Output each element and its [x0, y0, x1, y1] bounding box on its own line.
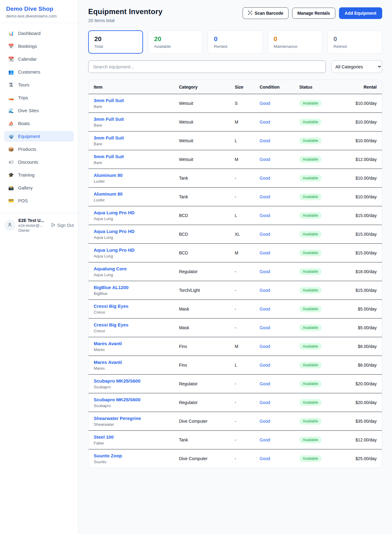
sidebar-item-dive-sites[interactable]: 🌊 Dive Sites — [4, 105, 74, 116]
item-name-link[interactable]: Aqua Lung Pro HD — [94, 247, 134, 253]
item-name-link[interactable]: Suunto Zoop — [94, 453, 122, 458]
sidebar-item-training[interactable]: 🎓 Training — [4, 170, 74, 180]
item-brand: Cressi — [94, 329, 174, 333]
item-name-link[interactable]: 3mm Full Suit — [94, 135, 124, 140]
stat-label: Rented — [214, 44, 256, 49]
stat-card-retired[interactable]: 0 Retired — [327, 30, 382, 54]
manage-rentals-button[interactable]: Manage Rentals — [292, 8, 335, 19]
sidebar-item-tours[interactable]: 🏝 Tours — [4, 79, 74, 90]
table-row: Shearwater Peregrine Shearwater Dive Com… — [89, 412, 382, 431]
cell-category: Fins — [176, 337, 232, 356]
cell-rental: $15.00/day — [342, 281, 382, 300]
condition-link[interactable]: Good — [260, 138, 270, 143]
condition-link[interactable]: Good — [260, 157, 270, 162]
item-name-link[interactable]: Scubapro MK25/S600 — [94, 378, 141, 383]
stat-label: Retired — [334, 44, 376, 49]
item-name-link[interactable]: Aqua Lung Pro HD — [94, 210, 134, 215]
condition-link[interactable]: Good — [260, 344, 270, 349]
condition-link[interactable]: Good — [260, 120, 270, 124]
column-header-size: Size — [232, 80, 257, 94]
stat-card-available[interactable]: 20 Available — [148, 30, 203, 54]
sidebar-item-customers[interactable]: 👥 Customers — [4, 67, 74, 77]
condition-link[interactable]: Good — [260, 437, 270, 442]
condition-link[interactable]: Good — [260, 307, 270, 311]
cell-size: - — [232, 393, 257, 412]
condition-link[interactable]: Good — [260, 325, 270, 330]
cell-rental: $20.00/day — [342, 393, 382, 412]
item-name-link[interactable]: Steel 100 — [94, 434, 114, 440]
sidebar-item-boats[interactable]: ⛵ Boats — [4, 118, 74, 129]
item-name-link[interactable]: 3mm Full Suit — [94, 98, 124, 103]
stat-card-total[interactable]: 20 Total — [88, 30, 143, 54]
item-name-link[interactable]: Aluminum 80 — [94, 191, 123, 196]
condition-link[interactable]: Good — [260, 288, 270, 293]
cell-rental: $35.00/day — [342, 412, 382, 431]
item-name-link[interactable]: 3mm Full Suit — [94, 116, 124, 122]
condition-link[interactable]: Good — [260, 232, 270, 237]
table-row: Aqua Lung Pro HD Aqua Lung BCD L Good Av… — [89, 206, 382, 225]
sidebar-item-products[interactable]: 📦 Products — [4, 144, 74, 154]
condition-link[interactable]: Good — [260, 400, 270, 405]
item-name-link[interactable]: 5mm Full Suit — [94, 154, 124, 159]
condition-link[interactable]: Good — [260, 456, 270, 461]
item-brand: Cressi — [94, 310, 174, 315]
condition-link[interactable]: Good — [260, 101, 270, 106]
sign-out-button[interactable]: Sign Out — [51, 223, 74, 228]
stat-card-maintenance[interactable]: 0 Maintenance — [268, 30, 322, 54]
condition-link[interactable]: Good — [260, 419, 270, 424]
condition-link[interactable]: Good — [260, 194, 270, 199]
cell-category: Wetsuit — [176, 113, 232, 132]
cell-rental: $8.00/day — [342, 337, 382, 356]
user-box: E2E Test U... e2e-tester@... Owner Sign … — [0, 213, 78, 237]
item-name-link[interactable]: Shearwater Peregrine — [94, 416, 141, 421]
cell-size: S — [232, 94, 257, 113]
sidebar-item-bookings[interactable]: 📅 Bookings — [4, 41, 74, 51]
cell-rental: $12.00/day — [342, 431, 382, 449]
condition-link[interactable]: Good — [260, 363, 270, 368]
status-badge: Available — [299, 343, 322, 350]
cell-rental: $18.00/day — [342, 262, 382, 281]
add-equipment-label: Add Equipment — [345, 11, 376, 16]
item-name-link[interactable]: BigBlue AL1200 — [94, 285, 129, 290]
cell-category: Mask — [176, 300, 232, 318]
manage-rentals-label: Manage Rentals — [297, 11, 330, 16]
products-icon: 📦 — [8, 147, 14, 151]
item-name-link[interactable]: Aqualung Core — [94, 266, 127, 271]
stat-card-rented[interactable]: 0 Rented — [208, 30, 262, 54]
item-name-link[interactable]: Aqua Lung Pro HD — [94, 229, 134, 234]
equipment-icon: 🤿 — [8, 134, 14, 139]
item-name-link[interactable]: Cressi Big Eyes — [94, 303, 128, 309]
page-title: Equipment Inventory — [88, 7, 163, 16]
item-name-link[interactable]: Mares Avanti — [94, 341, 122, 346]
condition-link[interactable]: Good — [260, 269, 270, 274]
status-badge: Available — [299, 268, 322, 275]
sidebar-item-discounts[interactable]: 🏷 Discounts — [4, 157, 74, 167]
item-name-link[interactable]: Cressi Big Eyes — [94, 322, 128, 327]
cell-category: Dive Computer — [176, 449, 232, 468]
sidebar-item-equipment[interactable]: 🤿 Equipment — [4, 131, 74, 142]
condition-link[interactable]: Good — [260, 176, 270, 181]
condition-link[interactable]: Good — [260, 213, 270, 218]
condition-link[interactable]: Good — [260, 250, 270, 255]
item-name-link[interactable]: Aluminum 80 — [94, 173, 123, 178]
item-brand: Scubapro — [94, 403, 174, 408]
dashboard-icon: 📊 — [8, 31, 14, 36]
search-input[interactable] — [88, 60, 326, 73]
calendar-icon: 📆 — [8, 57, 14, 61]
item-brand: Mares — [94, 347, 174, 352]
sidebar-item-dashboard[interactable]: 📊 Dashboard — [4, 28, 74, 39]
sidebar-item-gallery[interactable]: 📸 Gallery — [4, 182, 74, 193]
status-badge: Available — [299, 437, 322, 443]
add-equipment-button[interactable]: Add Equipment — [339, 7, 382, 19]
cell-size: - — [232, 375, 257, 393]
condition-link[interactable]: Good — [260, 381, 270, 386]
sidebar-item-pos[interactable]: 💳 POS — [4, 195, 74, 206]
item-name-link[interactable]: Scubapro MK25/S600 — [94, 397, 141, 402]
sidebar-item-trips[interactable]: 🚤 Trips — [4, 92, 74, 103]
stat-value: 0 — [274, 35, 316, 43]
category-filter-select[interactable]: All Categories — [331, 60, 382, 73]
scan-barcode-button[interactable]: Scan Barcode — [243, 7, 288, 19]
sidebar-item-calendar[interactable]: 📆 Calendar — [4, 54, 74, 64]
item-name-link[interactable]: Mares Avanti — [94, 360, 122, 365]
brand-domain: demo.test.divestreams.com — [6, 14, 72, 18]
